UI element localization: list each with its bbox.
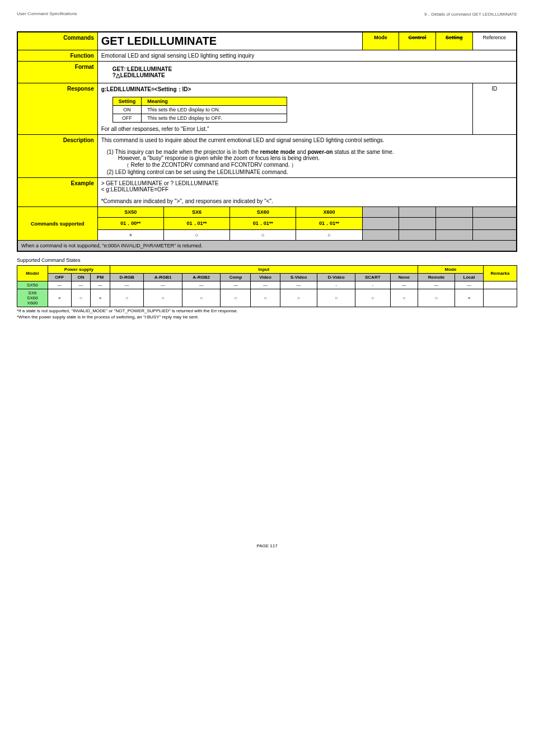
st-comp: Comp: [221, 274, 251, 281]
sup-ver-0: 01．00**: [97, 218, 163, 230]
sup-mark-0: ×: [97, 230, 163, 241]
desc-p1: (1) This inquiry can be made when the pr…: [101, 149, 513, 155]
label-format: Format: [17, 62, 97, 83]
format-line-2: ?△LEDILLUMINATE: [113, 72, 502, 78]
states-title: Supported Command States: [17, 257, 517, 263]
reference-label: Reference: [472, 32, 517, 50]
st-dvideo: D-Video: [317, 274, 355, 281]
format-cell: GET□LEDILLUMINATE ?△LEDILLUMINATE: [97, 62, 517, 83]
supported-states-table: Model Power supply Input Mode Remarks OF…: [17, 265, 517, 307]
label-response: Response: [17, 83, 97, 135]
label-commands-supported: Commands supported: [17, 207, 97, 241]
sup-col-x600: X600: [296, 207, 362, 218]
st-argb1: A-RGB1: [144, 274, 182, 281]
st-r0-model: SX50: [17, 281, 48, 289]
states-row-sx50: SX50 ― ― ― ― ― ― ― ― ― - - ― ― ―: [17, 281, 517, 289]
st-svideo: S-Video: [280, 274, 317, 281]
sup-col-sx6: SX6: [163, 207, 229, 218]
st-r0-c11: ―: [390, 281, 418, 289]
desc-p1b: However, a "busy" response is given whil…: [101, 155, 513, 161]
st-r0-remarks: [484, 281, 517, 289]
st-r0-c1: ―: [71, 281, 91, 289]
st-input-head: Input: [110, 266, 418, 274]
label-example: Example: [17, 178, 97, 207]
sup-spacer-2: [399, 207, 436, 218]
id-label: ID: [472, 83, 517, 135]
st-r1-model: SX6 SX60 X600: [17, 289, 48, 307]
states-footnote-2: *When the power supply state is in the p…: [17, 314, 517, 320]
response-syntax: g:LEDILLUMINATE=<Setting：ID>: [101, 86, 469, 93]
control-label: Control: [399, 32, 436, 50]
sup-ver-1: 01．01**: [163, 218, 229, 230]
st-on: ON: [71, 274, 91, 281]
description-body: This command is used to inquire about th…: [97, 135, 517, 178]
sup-ver-3: 01．01**: [296, 218, 362, 230]
st-power-head: Power supply: [48, 266, 110, 274]
st-r1-c12: ○: [418, 289, 455, 307]
st-r0-c10: -: [355, 281, 390, 289]
label-function: Function: [17, 50, 97, 62]
st-r0-c12: ―: [418, 281, 455, 289]
sup-ver-2: 01．01**: [230, 218, 296, 230]
desc-p2: (2) LED lighting control can be set usin…: [101, 169, 513, 175]
label-commands: Commands: [17, 32, 97, 50]
function-text: Emotional LED and signal sensing LED lig…: [97, 50, 517, 62]
setting-label: Setting: [435, 32, 472, 50]
st-video: Video: [251, 274, 280, 281]
label-description: Description: [17, 135, 97, 178]
sup-spacer-1: [362, 207, 399, 218]
supported-note: When a command is not supported, "e:000A…: [17, 241, 517, 252]
meaning-on: This sets the LED display to ON.: [142, 106, 287, 114]
st-r0-c0: ―: [48, 281, 71, 289]
page-header: User Command Specifications 9．Details of…: [17, 11, 517, 17]
st-pm: PM: [91, 274, 110, 281]
st-r0-c8: ―: [280, 281, 317, 289]
setting-off: OFF: [113, 114, 142, 123]
st-r0-c13: ―: [455, 281, 484, 289]
states-footnote-1: *If a state is not supported, "INVALID_M…: [17, 308, 517, 313]
mode-label: Mode: [362, 32, 399, 50]
st-scart: SCART: [355, 274, 390, 281]
st-r0-c2: ―: [91, 281, 110, 289]
page-number: PAGE 117: [17, 543, 517, 548]
setting-on: ON: [113, 106, 142, 114]
st-r1-c10: ○: [355, 289, 390, 307]
st-r0-c5: ―: [182, 281, 221, 289]
desc-p1c: （ Refer to the ZCONTDRV command and FCON…: [101, 161, 513, 169]
example-l1: > GET LEDILLUMINATE or ? LEDILLUMINATE: [101, 180, 513, 186]
sup-mark-1: ○: [163, 230, 229, 241]
st-r1-c11: ○: [390, 289, 418, 307]
command-title-cell: GET LEDILLUMINATE: [97, 32, 362, 50]
st-r1-c0: ×: [48, 289, 71, 307]
sup-col-sx60: SX60: [230, 207, 296, 218]
st-r1-c6: ○: [221, 289, 251, 307]
st-remarks-head: Remarks: [484, 266, 517, 281]
example-note: *Commands are indicated by ">", and resp…: [101, 198, 513, 204]
meaning-col-header: Meaning: [142, 97, 287, 106]
response-footer: For all other responses, refer to "Error…: [101, 126, 469, 132]
command-name: GET LEDILLUMINATE: [101, 35, 217, 47]
st-remote: Remote: [418, 274, 455, 281]
response-setting-table: Setting Meaning ON This sets the LED dis…: [113, 97, 288, 123]
sup-mark-3: ○: [296, 230, 362, 241]
st-r1-c4: ○: [144, 289, 182, 307]
command-spec-table: Commands GET LEDILLUMINATE Mode Control …: [17, 31, 517, 252]
st-r1-c7: ○: [251, 289, 280, 307]
st-r0-c9: -: [317, 281, 355, 289]
meaning-off: This sets the LED display to OFF.: [142, 114, 287, 123]
sup-col-sx50: SX50: [97, 207, 163, 218]
sup-mark-2: ○: [230, 230, 296, 241]
setting-col-header: Setting: [113, 97, 142, 106]
st-mode-head: Mode: [418, 266, 483, 274]
st-r1-c1: ○: [71, 289, 91, 307]
st-r0-c6: ―: [221, 281, 251, 289]
st-none: None: [390, 274, 418, 281]
response-body: g:LEDILLUMINATE=<Setting：ID> Setting Mea…: [97, 83, 472, 135]
st-r0-c7: ―: [251, 281, 280, 289]
format-line-1: GET□LEDILLUMINATE: [113, 66, 502, 72]
states-row-multi: SX6 SX60 X600 × ○ × ○ ○ ○ ○ ○ ○ ○ ○ ○ ○ …: [17, 289, 517, 307]
st-r1-c2: ×: [91, 289, 110, 307]
st-model-head: Model: [17, 266, 48, 281]
example-body: > GET LEDILLUMINATE or ? LEDILLUMINATE <…: [97, 178, 517, 207]
st-r1-c9: ○: [317, 289, 355, 307]
